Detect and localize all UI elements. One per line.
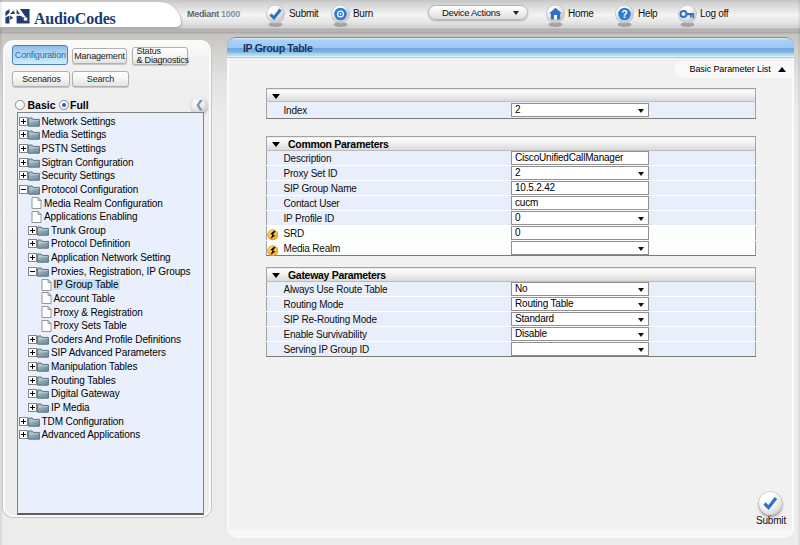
svg-text:?: ? <box>621 9 627 20</box>
